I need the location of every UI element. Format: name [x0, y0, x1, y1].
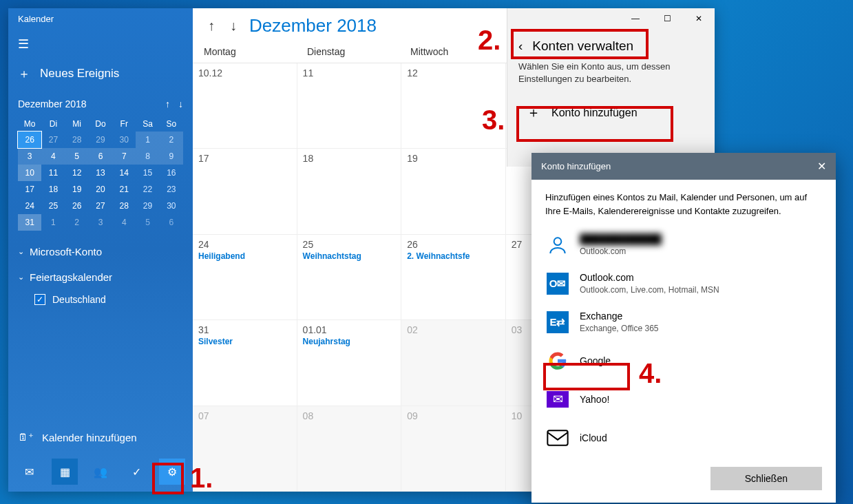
- day-cell[interactable]: 02: [401, 320, 506, 406]
- day-cell[interactable]: 08: [297, 406, 402, 492]
- mini-day[interactable]: 28: [65, 132, 89, 148]
- next-month-icon[interactable]: ↓: [224, 15, 242, 36]
- mini-weekday: Di: [41, 116, 65, 132]
- holiday-section[interactable]: ⌄ Feiertagskalender: [8, 264, 193, 290]
- day-cell[interactable]: 11: [297, 63, 402, 149]
- maximize-icon[interactable]: ☐: [651, 8, 683, 29]
- mini-day[interactable]: 12: [65, 165, 89, 181]
- day-cell[interactable]: 24Heiligabend: [193, 235, 297, 320]
- account-name: ████████████: [580, 233, 662, 244]
- dialog-close-icon[interactable]: ✕: [817, 160, 826, 173]
- mini-day[interactable]: 29: [89, 132, 112, 148]
- icloud-icon: [545, 426, 570, 450]
- event-label[interactable]: Weihnachtstag: [303, 251, 396, 261]
- mini-day[interactable]: 25: [41, 198, 65, 214]
- mail-icon[interactable]: ✉: [16, 459, 42, 485]
- day-cell[interactable]: 01.01Neujahrstag: [297, 320, 402, 406]
- app-title: Kalender: [8, 8, 193, 30]
- mini-day[interactable]: 14: [112, 165, 136, 181]
- day-cell[interactable]: 19: [401, 149, 506, 234]
- mini-day[interactable]: 1: [41, 214, 65, 231]
- todo-icon[interactable]: ✓: [123, 459, 149, 485]
- plus-icon: ＋: [18, 65, 30, 82]
- event-label[interactable]: 2. Weihnachtsfe: [407, 251, 500, 261]
- mini-weekday: Do: [89, 116, 112, 132]
- mini-day[interactable]: 2: [160, 132, 183, 148]
- day-cell[interactable]: 262. Weihnachtsfe: [401, 235, 506, 320]
- mini-day[interactable]: 18: [41, 181, 65, 198]
- day-cell[interactable]: 17: [193, 149, 297, 234]
- mini-day[interactable]: 1: [136, 132, 159, 148]
- close-icon[interactable]: ✕: [683, 8, 715, 29]
- mini-weekday: Mi: [65, 116, 89, 132]
- account-option-user[interactable]: ████████████Outlook.com: [531, 226, 836, 264]
- account-option-exchange[interactable]: E⇄ExchangeExchange, Office 365: [531, 303, 836, 342]
- mini-day[interactable]: 5: [65, 148, 89, 165]
- mini-day[interactable]: 11: [41, 165, 65, 181]
- mini-day[interactable]: 6: [160, 214, 183, 231]
- mini-day[interactable]: 24: [18, 198, 41, 214]
- event-label[interactable]: Neujahrstag: [303, 337, 396, 346]
- mini-day[interactable]: 9: [160, 148, 183, 165]
- hamburger-icon[interactable]: ☰: [8, 30, 193, 59]
- mini-day[interactable]: 17: [18, 181, 41, 198]
- mini-day[interactable]: 8: [136, 148, 159, 165]
- mini-day[interactable]: 28: [112, 198, 136, 214]
- mini-day[interactable]: 21: [112, 181, 136, 198]
- mini-day[interactable]: 29: [136, 198, 159, 214]
- people-icon[interactable]: 👥: [87, 459, 114, 485]
- mini-day[interactable]: 23: [160, 181, 183, 198]
- mini-next-icon[interactable]: ↓: [178, 98, 183, 109]
- mini-day[interactable]: 31: [18, 214, 41, 231]
- mini-day[interactable]: 4: [112, 214, 136, 231]
- mini-day[interactable]: 27: [89, 198, 112, 214]
- day-cell[interactable]: 25Weihnachtstag: [297, 235, 402, 320]
- day-cell[interactable]: 31Silvester: [193, 320, 297, 406]
- annotation-box-2: [511, 29, 649, 59]
- calendar-icon[interactable]: ▦: [52, 459, 78, 485]
- outlook-icon: O✉: [545, 271, 570, 296]
- annotation-num-4: 4.: [639, 358, 662, 389]
- mini-day[interactable]: 5: [136, 214, 159, 231]
- mini-day[interactable]: 13: [89, 165, 112, 181]
- day-cell[interactable]: 18: [297, 149, 402, 234]
- annotation-num-2: 2.: [478, 25, 501, 56]
- prev-month-icon[interactable]: ↑: [202, 15, 220, 36]
- mini-day[interactable]: 3: [18, 148, 41, 165]
- mini-day[interactable]: 15: [136, 165, 159, 181]
- mini-day[interactable]: 16: [160, 165, 183, 181]
- mini-day[interactable]: 22: [136, 181, 159, 198]
- event-label[interactable]: Silvester: [198, 337, 291, 346]
- mini-day[interactable]: 27: [41, 132, 65, 148]
- mini-day[interactable]: 30: [160, 198, 183, 214]
- calendar-plus-icon: 🗓︎⁺: [18, 431, 34, 443]
- mini-day[interactable]: 30: [112, 132, 136, 148]
- mini-day[interactable]: 10: [18, 165, 41, 181]
- close-button[interactable]: Schließen: [710, 467, 822, 490]
- add-calendar-label: Kalender hinzufügen: [42, 432, 137, 443]
- checkbox-checked-icon[interactable]: ✓: [34, 294, 45, 305]
- event-label[interactable]: Heiligabend: [198, 251, 291, 261]
- mini-day[interactable]: 26: [65, 198, 89, 214]
- account-section-label: Microsoft-Konto: [30, 246, 102, 258]
- mini-day[interactable]: 20: [89, 181, 112, 198]
- account-section[interactable]: ⌄ Microsoft-Konto: [8, 239, 193, 264]
- mini-day[interactable]: 7: [112, 148, 136, 165]
- mini-day[interactable]: 3: [89, 214, 112, 231]
- mini-day[interactable]: 26: [18, 132, 41, 148]
- mini-day[interactable]: 6: [89, 148, 112, 165]
- add-calendar-button[interactable]: 🗓︎⁺ Kalender hinzufügen: [8, 423, 193, 452]
- new-event-button[interactable]: ＋ Neues Ereignis: [8, 59, 193, 94]
- account-option-outlook[interactable]: O✉Outlook.comOutlook.com, Live.com, Hotm…: [531, 264, 836, 303]
- mini-day[interactable]: 4: [41, 148, 65, 165]
- mini-prev-icon[interactable]: ↑: [165, 98, 170, 109]
- minimize-icon[interactable]: —: [620, 8, 651, 29]
- holiday-item-label: Deutschland: [52, 294, 106, 305]
- account-list: ████████████Outlook.comO✉Outlook.comOutl…: [531, 226, 836, 457]
- mini-day[interactable]: 2: [65, 214, 89, 231]
- account-option-icloud[interactable]: iCloud: [531, 419, 836, 457]
- day-cell[interactable]: 09: [401, 406, 506, 492]
- day-cell[interactable]: 10.12: [193, 63, 297, 149]
- holiday-item[interactable]: ✓ Deutschland: [8, 290, 193, 309]
- mini-day[interactable]: 19: [65, 181, 89, 198]
